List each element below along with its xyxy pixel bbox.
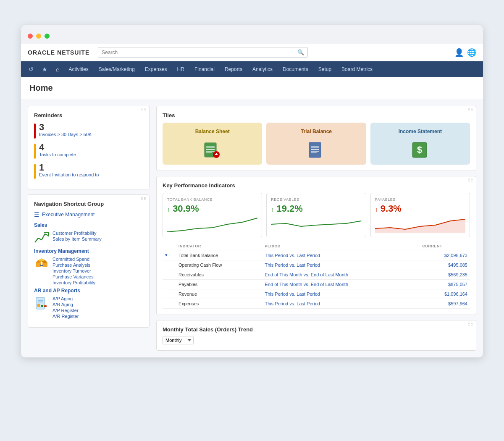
search-input[interactable] — [102, 50, 297, 55]
nav-item-sales-marketing[interactable]: Sales/Marketing — [94, 61, 140, 77]
nav-icon-favorites[interactable]: ★ — [38, 62, 52, 77]
nav-icon-home[interactable]: ⌂ — [52, 62, 63, 77]
monthly-select[interactable]: Monthly Weekly Quarterly Yearly — [163, 336, 194, 344]
kpi-boxes-row: TOTAL BANK BALANCE ↑ 30.9% — [163, 193, 470, 237]
kpi-period-4: This Period vs. Last Period — [262, 289, 420, 299]
kpi-amount-1: $495,085 — [420, 260, 470, 270]
nav-item-analytics[interactable]: Analytics — [247, 61, 278, 77]
kpi-table: INDICATOR PERIOD CURRENT ▾ Total Bank Ba… — [163, 242, 470, 309]
drag-handle-reminders: ⠿⠿ — [141, 108, 147, 113]
reminder-desc-invoices[interactable]: Invoices > 30 Days > 50K — [39, 132, 92, 137]
table-row: Operating Cash Flow This Period vs. Last… — [163, 260, 470, 270]
page-header: Home — [21, 77, 483, 99]
reminder-item-event: 1 Event Invitation to respond to — [34, 163, 143, 179]
reminder-item-tasks: 4 Tasks to complete — [34, 143, 143, 159]
svg-rect-23 — [309, 142, 321, 158]
arrow-up-payables: ↑ — [375, 206, 378, 213]
shortcut-link-purchase-variances[interactable]: Purchase Variances — [52, 274, 95, 279]
nav-icon-history[interactable]: ↺ — [24, 62, 38, 77]
drag-handle-shortcuts: ⠿⠿ — [141, 197, 147, 201]
tile-income-statement[interactable]: Income Statement $ — [370, 123, 470, 165]
tile-trial-balance[interactable]: Trial Balance — [266, 123, 366, 165]
shortcut-link-ap-aging[interactable]: A/P Aging — [52, 296, 79, 301]
nav-item-board-metrics[interactable]: Board Metrics — [336, 61, 378, 77]
kpi-amount-3: $875,057 — [420, 280, 470, 289]
kpi-amount-5: $597,964 — [420, 299, 470, 309]
arrow-up-receivables: ↑ — [271, 206, 274, 213]
shortcut-link-ar-aging[interactable]: A/R Aging — [52, 302, 79, 307]
nav-item-reports[interactable]: Reports — [220, 61, 247, 77]
shortcut-exec-management[interactable]: ☰ Executive Management — [34, 211, 143, 218]
kpi-chart-bank — [167, 216, 257, 233]
globe-icon[interactable]: 🌐 — [467, 48, 476, 57]
kpi-period-0: This Period vs. Last Period — [262, 250, 420, 260]
nav-item-hr[interactable]: HR — [172, 61, 189, 77]
reminder-number-tasks: 4 — [39, 143, 76, 152]
nav-item-activities[interactable]: Activities — [63, 61, 93, 77]
drag-handle-tiles: ⠿⠿ — [467, 108, 473, 113]
table-row: Payables End of This Month vs. End of La… — [163, 280, 470, 289]
nav-item-documents[interactable]: Documents — [278, 61, 313, 77]
shortcut-link-committed-spend[interactable]: Committed Spend — [52, 257, 95, 262]
kpi-chart-payables — [375, 216, 465, 233]
kpi-expand-0[interactable]: ▾ — [163, 250, 176, 260]
kpi-box-bank: TOTAL BANK BALANCE ↑ 30.9% — [163, 193, 262, 237]
sales-icon — [34, 231, 49, 246]
reminder-desc-event[interactable]: Event Invitation to respond to — [39, 172, 99, 177]
right-panel: ⠿⠿ Tiles Balance Sheet — [156, 106, 476, 351]
svg-rect-8 — [36, 297, 45, 309]
kpi-th-indicator: INDICATOR — [176, 242, 262, 250]
svg-rect-12 — [41, 305, 43, 307]
shortcut-link-purchase-analysis[interactable]: Purchase Analysis — [52, 262, 95, 268]
table-row: ▾ Total Bank Balance This Period vs. Las… — [163, 250, 470, 260]
svg-text:$: $ — [417, 144, 422, 155]
left-panel: ⠿⠿ Reminders 3 Invoices > 30 Days > 50K — [28, 106, 150, 351]
svg-rect-0 — [34, 231, 49, 246]
kpi-expand-3[interactable] — [163, 280, 176, 289]
kpi-amount-2: $569,235 — [420, 270, 470, 280]
tile-balance-sheet[interactable]: Balance Sheet — [163, 123, 262, 165]
tiles-row: Balance Sheet — [163, 123, 470, 165]
kpi-expand-2[interactable] — [163, 270, 176, 280]
kpi-indicator-1: Operating Cash Flow — [176, 260, 262, 270]
reminder-number-invoices: 3 — [39, 123, 92, 132]
shortcut-category-sales: Sales — [34, 222, 143, 228]
shortcut-link-ap-register[interactable]: A/P Register — [52, 308, 79, 313]
kpi-card: ⠿⠿ Key Performance Indicators TOTAL BANK… — [156, 176, 476, 315]
nav-item-setup[interactable]: Setup — [313, 61, 336, 77]
search-bar[interactable]: 🔍 — [98, 47, 308, 58]
shortcut-link-inventory-profitability[interactable]: Inventory Profitability — [52, 280, 95, 285]
shortcut-ar-ap-links: A/P Aging A/R Aging A/P Register A/R Reg… — [34, 296, 143, 319]
kpi-th-period: PERIOD — [262, 242, 420, 250]
kpi-title: Key Performance Indicators — [163, 182, 470, 189]
shortcut-link-inventory-turnover[interactable]: Inventory Turnover — [52, 268, 95, 273]
user-icon[interactable]: 👤 — [454, 48, 464, 57]
kpi-expand-5[interactable] — [163, 299, 176, 309]
tile-label-trial-balance: Trial Balance — [301, 129, 332, 134]
kpi-period-3: End of This Month vs. End of Last Month — [262, 280, 420, 289]
tile-icon-trial-balance — [307, 141, 325, 159]
drag-handle-kpi: ⠿⠿ — [467, 178, 473, 183]
kpi-period-2: End of This Month vs. End of Last Month — [262, 270, 420, 280]
nav-item-expenses[interactable]: Expenses — [140, 61, 172, 77]
kpi-expand-1[interactable] — [163, 260, 176, 270]
monthly-title: Monthly Total Sales (Orders) Trend — [163, 326, 470, 333]
nav-item-financial[interactable]: Financial — [189, 61, 220, 77]
shortcut-link-ar-register[interactable]: A/R Register — [52, 314, 79, 319]
ar-ap-links-list: A/P Aging A/R Aging A/P Register A/R Reg… — [52, 296, 79, 319]
kpi-expand-4[interactable] — [163, 289, 176, 299]
reminder-bar-yellow-1 — [34, 144, 36, 159]
kpi-box-receivables: RECEIVABLES ↑ 19.2% — [266, 193, 366, 237]
monthly-controls: Monthly Weekly Quarterly Yearly — [163, 336, 470, 344]
shortcut-link-customer-profitability[interactable]: Customer Profitability — [52, 231, 102, 236]
reminder-desc-tasks[interactable]: Tasks to complete — [39, 152, 76, 157]
ar-ap-icon — [34, 296, 49, 311]
shortcut-link-sales-by-item[interactable]: Sales by Item Summary — [52, 236, 102, 242]
tile-icon-balance-sheet — [204, 141, 221, 159]
browser-dot-red — [28, 34, 33, 39]
shortcuts-title: Navigation Shortcut Group — [34, 201, 143, 207]
kpi-box-payables: PAYABLES ↑ 9.3% — [370, 193, 470, 237]
kpi-th-current: CURRENT — [420, 242, 470, 250]
drag-handle-monthly: ⠿⠿ — [467, 322, 473, 327]
kpi-amount-4: $1,096,164 — [420, 289, 470, 299]
